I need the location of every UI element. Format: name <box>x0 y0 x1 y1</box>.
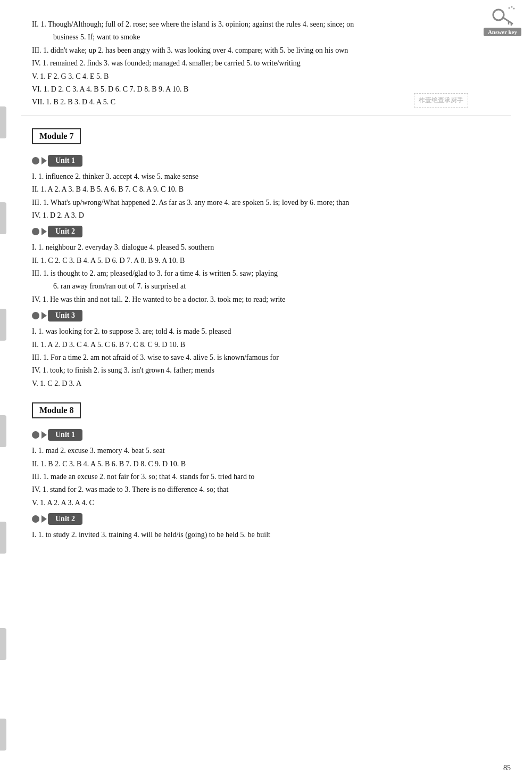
m7u3-line-4: V. 1. C 2. D 3. A <box>32 378 511 390</box>
m7u3-line-2: III. 1. For a time 2. am not afraid of 3… <box>32 352 511 364</box>
unit1-arrow-icon <box>41 157 47 164</box>
left-tab-5 <box>0 522 6 554</box>
left-margin-tabs <box>0 0 10 783</box>
m7u2-line-0: I. 1. neighbour 2. everyday 3. dialogue … <box>32 242 511 253</box>
module8-unit1-lines: I. 1. mad 2. excuse 3. memory 4. beat 5.… <box>32 445 511 509</box>
m7u2-line-1: II. 1. C 2. C 3. B 4. A 5. D 6. D 7. A 8… <box>32 255 511 267</box>
unit3-arrow-icon <box>41 312 47 319</box>
module7-unit1-header: Unit 1 <box>32 155 511 167</box>
answer-key-badge: Answer key <box>484 5 521 36</box>
page: Answer key II. 1. Though/Although; full … <box>0 0 532 783</box>
answer-key-icon <box>489 5 516 27</box>
module7-unit3-lines: I. 1. was looking for 2. to suppose 3. a… <box>32 326 511 390</box>
stamp-border: 柞壹绝查承厨手 <box>414 93 468 108</box>
answer-key-label-text: Answer key <box>484 28 521 36</box>
m7u2-line-4: IV. 1. He was thin and not tall. 2. He w… <box>32 294 511 306</box>
top-line-1: II. 1. Though/Although; full of 2. rose;… <box>32 19 511 30</box>
m7u1-line-0: I. 1. influence 2. thinker 3. accept 4. … <box>32 171 511 183</box>
m8u1-line-4: V. 1. A 2. A 3. A 4. C <box>32 497 511 509</box>
m8-unit2-arrow-icon <box>41 515 47 523</box>
m7u2-line-3: 6. ran away from/ran out of 7. is surpri… <box>32 281 511 292</box>
module8-section: Module 8 Unit 1 I. 1. mad 2. excuse 3. m… <box>21 397 511 541</box>
m8u1-line-0: I. 1. mad 2. excuse 3. memory 4. beat 5.… <box>32 445 511 457</box>
top-line-4: IV. 1. remained 2. finds 3. was founded;… <box>32 57 511 69</box>
m7u1-line-3: IV. 1. D 2. A 3. D <box>32 210 511 221</box>
module7-unit3-header: Unit 3 <box>32 310 511 322</box>
m7u2-line-2: III. 1. is thought to 2. am; pleased/gla… <box>32 268 511 279</box>
left-tab-3 <box>0 309 6 341</box>
svg-point-4 <box>509 7 510 9</box>
module7-unit2-label: Unit 2 <box>48 226 82 237</box>
module8-unit1-header: Unit 1 <box>32 429 511 441</box>
module7-unit2-header: Unit 2 <box>32 226 511 237</box>
left-tab-2 <box>0 202 6 234</box>
module8-unit2-lines: I. 1. to study 2. invited 3. training 4.… <box>32 529 511 541</box>
m8-unit2-circle-icon <box>32 515 39 523</box>
m7u1-line-2: III. 1. What's up/wrong/What happened 2.… <box>32 197 511 209</box>
m8-unit1-circle-icon <box>32 431 39 439</box>
left-tab-6 <box>0 628 6 660</box>
module7-header: Module 7 <box>32 128 81 144</box>
unit2-arrow-icon <box>41 228 47 235</box>
page-number: 85 <box>503 764 511 772</box>
top-line-2: business 5. If; want to smoke <box>32 31 511 43</box>
module7-unit2-lines: I. 1. neighbour 2. everyday 3. dialogue … <box>32 242 511 306</box>
unit3-circle-icon <box>32 312 39 319</box>
unit2-circle-icon <box>32 228 39 235</box>
top-line-5: V. 1. F 2. G 3. C 4. E 5. B <box>32 71 511 83</box>
unit1-circle-icon <box>32 157 39 164</box>
module7-unit1-lines: I. 1. influence 2. thinker 3. accept 4. … <box>32 171 511 222</box>
m7u1-line-1: II. 1. A 2. A 3. B 4. B 5. A 6. B 7. C 8… <box>32 184 511 195</box>
stamp-area: 柞壹绝查承厨手 <box>414 93 468 108</box>
module8-unit1-label: Unit 1 <box>48 429 82 441</box>
m8u1-line-3: IV. 1. stand for 2. was made to 3. There… <box>32 484 511 496</box>
left-tab-4 <box>0 415 6 447</box>
top-line-3: III. 1. didn't wake; up 2. has been angr… <box>32 45 511 56</box>
m8u1-line-2: III. 1. made an excuse 2. not fair for 3… <box>32 471 511 483</box>
svg-point-0 <box>493 10 504 20</box>
svg-point-5 <box>511 6 513 8</box>
stamp-text: 柞壹绝查承厨手 <box>419 96 463 105</box>
m8-unit1-arrow-icon <box>41 431 47 439</box>
svg-point-6 <box>513 8 515 10</box>
m7u3-line-3: IV. 1. took; to finish 2. is sung 3. isn… <box>32 365 511 376</box>
module7-section: Module 7 Unit 1 I. 1. influence 2. think… <box>21 123 511 390</box>
m8u2-line-0: I. 1. to study 2. invited 3. training 4.… <box>32 529 511 541</box>
module8-header: Module 8 <box>32 402 81 418</box>
left-tab-7 <box>0 719 6 751</box>
module8-unit2-header: Unit 2 <box>32 513 511 525</box>
left-tab-1 <box>0 106 6 138</box>
m7u3-line-1: II. 1. A 2. D 3. C 4. A 5. C 6. B 7. C 8… <box>32 339 511 351</box>
module7-unit3-label: Unit 3 <box>48 310 82 322</box>
m7u3-line-0: I. 1. was looking for 2. to suppose 3. a… <box>32 326 511 337</box>
module8-unit2-label: Unit 2 <box>48 513 82 525</box>
module7-unit1-label: Unit 1 <box>48 155 82 167</box>
m8u1-line-1: II. 1. B 2. C 3. B 4. A 5. B 6. B 7. D 8… <box>32 458 511 470</box>
